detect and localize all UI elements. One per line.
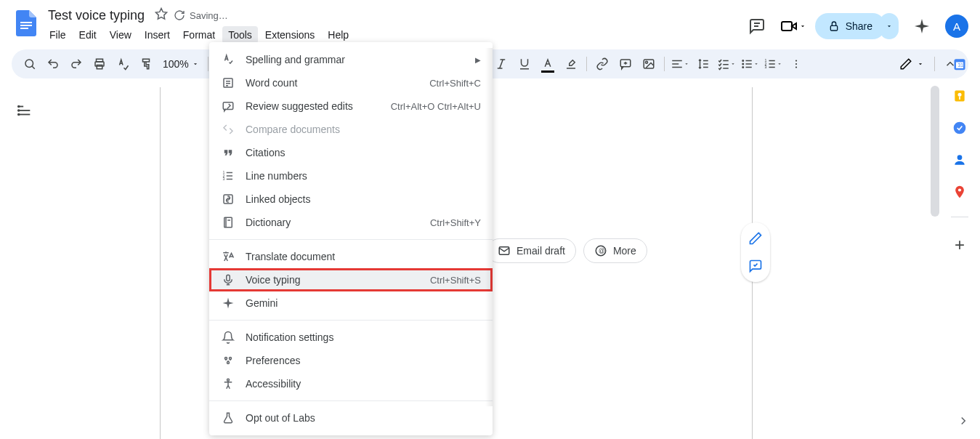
share-label: Share bbox=[846, 20, 872, 32]
ai-write-icon[interactable] bbox=[744, 227, 767, 250]
italic-icon[interactable] bbox=[490, 53, 512, 75]
share-button[interactable]: Share bbox=[815, 13, 886, 39]
doc-title[interactable]: Test voice typing bbox=[44, 7, 149, 25]
more-toolbar-icon[interactable] bbox=[785, 53, 807, 75]
numbered-list-icon[interactable]: 123 bbox=[762, 53, 784, 75]
dd-label: Gemini bbox=[246, 297, 481, 309]
microphone-icon bbox=[221, 273, 235, 286]
submenu-arrow-icon: ▶ bbox=[475, 56, 481, 64]
svg-rect-6 bbox=[830, 25, 837, 31]
insert-comment-icon[interactable] bbox=[615, 53, 636, 75]
checklist-icon[interactable] bbox=[716, 53, 737, 75]
svg-point-49 bbox=[18, 110, 20, 111]
svg-point-32 bbox=[742, 63, 744, 65]
dd-label: Notification settings bbox=[246, 331, 481, 343]
svg-point-50 bbox=[18, 114, 20, 116]
line-spacing-icon[interactable] bbox=[692, 53, 714, 75]
print-icon[interactable] bbox=[89, 53, 110, 75]
contacts-icon[interactable] bbox=[952, 153, 967, 167]
search-icon[interactable] bbox=[19, 53, 41, 75]
avatar[interactable]: A bbox=[945, 15, 968, 38]
spellcheck-icon bbox=[221, 53, 235, 66]
dd-translate[interactable]: Translate document bbox=[209, 245, 493, 268]
gemini-icon bbox=[221, 297, 235, 310]
dd-notification[interactable]: Notification settings bbox=[209, 326, 493, 349]
collapse-sidepanel-icon[interactable] bbox=[957, 414, 970, 430]
bullet-list-icon[interactable] bbox=[739, 53, 761, 75]
menu-view[interactable]: View bbox=[104, 26, 137, 44]
add-addon-icon[interactable]: + bbox=[955, 235, 965, 255]
chip-more[interactable]: @ More bbox=[583, 238, 647, 263]
suggest-edit-icon[interactable] bbox=[744, 254, 767, 278]
menu-insert[interactable]: Insert bbox=[139, 26, 176, 44]
maps-icon[interactable] bbox=[952, 185, 967, 199]
svg-point-82 bbox=[958, 188, 961, 191]
menu-tools[interactable]: Tools bbox=[222, 26, 258, 44]
dd-line-numbers[interactable]: 123 Line numbers bbox=[209, 164, 493, 188]
dd-compare: Compare documents bbox=[209, 118, 493, 141]
paint-format-icon[interactable] bbox=[135, 53, 157, 75]
linked-icon bbox=[221, 193, 235, 206]
menu-extensions[interactable]: Extensions bbox=[259, 26, 320, 44]
insert-image-icon[interactable] bbox=[638, 53, 660, 75]
svg-point-78 bbox=[958, 93, 962, 97]
dd-shortcut: Ctrl+Shift+S bbox=[430, 275, 481, 286]
chip-email-draft[interactable]: Email draft bbox=[487, 238, 576, 263]
highlight-icon[interactable] bbox=[560, 53, 582, 75]
dd-label: Spelling and grammar bbox=[246, 54, 475, 65]
dd-word-count[interactable]: Word count Ctrl+Shift+C bbox=[209, 71, 493, 94]
svg-rect-5 bbox=[782, 22, 792, 31]
insert-link-icon[interactable] bbox=[591, 53, 613, 75]
saving-text: Saving… bbox=[190, 10, 228, 21]
align-icon[interactable] bbox=[669, 53, 691, 75]
word-count-icon bbox=[221, 76, 235, 89]
svg-rect-79 bbox=[959, 97, 960, 100]
menu-format[interactable]: Format bbox=[177, 26, 221, 44]
svg-point-20 bbox=[645, 61, 647, 63]
meet-button[interactable] bbox=[780, 17, 806, 35]
share-dropdown[interactable] bbox=[880, 13, 899, 39]
redo-icon[interactable] bbox=[65, 53, 87, 75]
dd-label: Accessibility bbox=[246, 378, 481, 390]
dd-label: Translate document bbox=[246, 251, 481, 262]
dd-label: Dictionary bbox=[246, 217, 421, 228]
bell-icon bbox=[221, 331, 235, 344]
dd-accessibility[interactable]: Accessibility bbox=[209, 372, 493, 395]
dd-linked-objects[interactable]: Linked objects bbox=[209, 188, 493, 211]
comment-history-icon[interactable] bbox=[742, 12, 772, 41]
text-color-icon[interactable] bbox=[537, 53, 559, 75]
dd-gemini[interactable]: Gemini bbox=[209, 291, 493, 315]
tasks-icon[interactable] bbox=[952, 121, 967, 135]
spellcheck-icon[interactable] bbox=[112, 53, 134, 75]
calendar-icon[interactable]: 31 bbox=[952, 57, 967, 71]
svg-point-72 bbox=[227, 362, 230, 364]
menu-help[interactable]: Help bbox=[322, 26, 355, 44]
svg-point-80 bbox=[954, 122, 966, 134]
menu-edit[interactable]: Edit bbox=[73, 26, 102, 44]
undo-icon[interactable] bbox=[42, 53, 64, 75]
dd-citations[interactable]: Citations bbox=[209, 141, 493, 164]
dd-preferences[interactable]: Preferences bbox=[209, 349, 493, 372]
dd-opt-out-labs[interactable]: Opt out of Labs bbox=[209, 406, 493, 430]
dd-label: Opt out of Labs bbox=[246, 412, 481, 424]
dd-label: Review suggested edits bbox=[246, 100, 382, 112]
keep-icon[interactable] bbox=[952, 89, 967, 103]
star-icon[interactable] bbox=[155, 7, 168, 23]
underline-icon[interactable] bbox=[514, 53, 535, 75]
dd-spelling[interactable]: Spelling and grammar ▶ bbox=[209, 48, 493, 71]
docs-logo[interactable] bbox=[12, 9, 41, 38]
dd-label: Voice typing bbox=[246, 274, 421, 286]
svg-point-70 bbox=[225, 358, 227, 360]
zoom-selector[interactable]: 100% bbox=[158, 58, 203, 70]
svg-point-48 bbox=[18, 106, 20, 108]
scrollbar[interactable] bbox=[931, 86, 939, 217]
compare-icon bbox=[221, 123, 235, 136]
dd-review-edits[interactable]: Review suggested edits Ctrl+Alt+O Ctrl+A… bbox=[209, 94, 493, 118]
gemini-icon[interactable] bbox=[907, 12, 936, 41]
menu-file[interactable]: File bbox=[44, 26, 72, 44]
outline-toggle-icon[interactable] bbox=[13, 99, 36, 122]
editing-mode-button[interactable] bbox=[894, 57, 930, 71]
dd-voice-typing[interactable]: Voice typing Ctrl+Shift+S bbox=[209, 268, 493, 291]
tools-dropdown: Spelling and grammar ▶ Word count Ctrl+S… bbox=[209, 42, 493, 435]
dd-dictionary[interactable]: Dictionary Ctrl+Shift+Y bbox=[209, 211, 493, 234]
